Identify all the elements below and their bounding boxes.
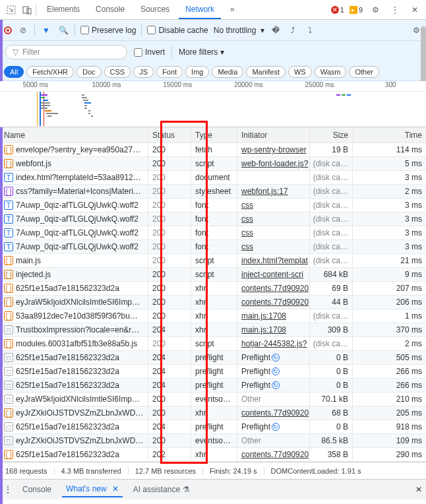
request-row[interactable]: T7Auwp_0qiz-afTLGLQjUwkQ.woff2200fontcss… — [0, 212, 426, 226]
request-row[interactable]: T7Auwp_0qiz-afTLGLQjUwkQ.woff2200fontcss… — [0, 199, 426, 212]
download-icon[interactable]: ⤵ — [304, 26, 316, 35]
initiator[interactable]: contents.77d90920 — [237, 296, 310, 309]
chip-other[interactable]: Other — [349, 66, 379, 78]
file-type-icon: { } — [4, 339, 13, 348]
drawer-tab-whatsnew[interactable]: What's new✕ — [62, 482, 123, 497]
initiator[interactable]: webfont.js:17 — [237, 185, 310, 198]
request-row[interactable]: { }eyJrZXkiOiJSTDVSZmZLbnJxWD…200xhrcont… — [0, 406, 426, 420]
chip-img[interactable]: Img — [185, 66, 209, 78]
request-row[interactable]: □TrustboxImpression?locale=en&r…204xhrma… — [0, 323, 426, 337]
initiator[interactable]: inject-content-scri — [237, 268, 310, 281]
gear-icon[interactable]: ⚙ — [368, 3, 382, 17]
initiator[interactable]: Preflight — [237, 351, 310, 364]
request-row[interactable]: { }webfont.js200scriptweb-font-loader.js… — [0, 157, 426, 171]
chip-js[interactable]: JS — [133, 66, 154, 78]
preserve-log-checkbox[interactable]: Preserve log — [80, 26, 136, 35]
tab-elements[interactable]: Elements — [40, 1, 86, 19]
initiator[interactable]: css — [237, 212, 310, 226]
request-row[interactable]: { }eyJraW5kIjoidXNlcilsImtleSI6Imp…200xh… — [0, 296, 426, 309]
request-row[interactable]: □625f1e15ad7e181562323d2a204preflightPre… — [0, 379, 426, 393]
col-size[interactable]: Size — [310, 127, 353, 142]
inspect-icon[interactable] — [4, 3, 18, 17]
filter-icon[interactable]: ▼ — [40, 26, 52, 35]
chip-css[interactable]: CSS — [104, 66, 131, 78]
request-row[interactable]: Tindex.html?templateId=53aa8912…200docum… — [0, 171, 426, 185]
col-status[interactable]: Status — [148, 127, 191, 142]
timeline-overview[interactable]: 5000 ms10000 ms15000 ms20000 ms25000 ms3… — [0, 81, 426, 127]
request-row[interactable]: □625f1e15ad7e181562323d2a204preflightPre… — [0, 365, 426, 379]
invert-checkbox[interactable]: Invert — [134, 47, 165, 57]
throttling-dropdown[interactable]: No throttling ▾ — [214, 26, 264, 35]
timeline-tick: 15000 ms — [142, 81, 213, 91]
initiator[interactable]: hotjar-2445382.js? — [237, 337, 310, 350]
initiator[interactable]: main.js:1708 — [237, 323, 310, 336]
request-row[interactable]: □625f1e15ad7e181562323d2a204preflightPre… — [0, 420, 426, 434]
initiator[interactable]: css — [237, 240, 310, 253]
request-row[interactable]: T7Auwp_0qiz-afTLGLQjUwkQ.woff2200fontcss… — [0, 240, 426, 254]
chip-manifest[interactable]: Manifest — [246, 66, 286, 78]
tab-sources[interactable]: Sources — [134, 1, 176, 19]
drawer-kebab-icon[interactable]: ⋮ — [4, 485, 12, 494]
close-icon[interactable]: ✕ — [408, 3, 422, 17]
initiator[interactable]: contents.77d90920 — [237, 282, 310, 295]
drawer-tab-ai[interactable]: AI assistance ⚗ — [129, 482, 194, 497]
kebab-icon[interactable]: ⋮ — [388, 3, 402, 17]
request-row[interactable]: □eyJrZXkiOiJSTDVSZmZLbnJxWD…200eventso…O… — [0, 434, 426, 448]
col-type[interactable]: Type — [191, 127, 237, 142]
request-row[interactable]: { }css?family=Material+Icons|Materi…200s… — [0, 185, 426, 199]
search-icon[interactable]: 🔍 — [57, 26, 69, 35]
chip-fetchxhr[interactable]: Fetch/XHR — [26, 66, 74, 78]
tab-console[interactable]: Console — [89, 1, 131, 19]
scrollbar-thumb[interactable] — [421, 26, 426, 86]
warning-badge[interactable]: ▸9 — [350, 6, 363, 14]
disable-cache-checkbox[interactable]: Disable cache — [147, 26, 208, 35]
drawer-tab-console[interactable]: Console — [18, 482, 55, 497]
tab-more[interactable]: » — [224, 1, 241, 19]
request-row[interactable]: { }injected.js200scriptinject-content-sc… — [0, 268, 426, 282]
initiator[interactable]: css — [237, 226, 310, 239]
request-row[interactable]: □eyJraW5kIjoidXNlcilsImtleSI6Imp…200even… — [0, 393, 426, 406]
initiator[interactable]: Other — [237, 393, 310, 406]
initiator[interactable]: Preflight — [237, 420, 310, 433]
filter-input[interactable]: ▽Filter — [5, 45, 127, 59]
initiator[interactable]: main.js:1708 — [237, 309, 310, 323]
request-row[interactable]: □625f1e15ad7e181562323d2a204preflightPre… — [0, 351, 426, 365]
chip-ws[interactable]: WS — [288, 66, 312, 78]
upload-icon[interactable]: ⤴ — [287, 26, 299, 35]
record-button[interactable] — [4, 26, 12, 34]
col-initiator[interactable]: Initiator — [237, 127, 310, 142]
wifi-icon[interactable]: �᷈ — [270, 26, 282, 35]
more-filters-dropdown[interactable]: More filters ▾ — [179, 47, 224, 57]
initiator[interactable]: Preflight — [237, 365, 310, 378]
chip-all[interactable]: All — [4, 66, 24, 78]
request-row[interactable]: { }main.js200scriptindex.html?templat(di… — [0, 254, 426, 268]
request-row[interactable]: { }envelope/?sentry_key=ea950a27…200fetc… — [0, 143, 426, 157]
initiator[interactable]: wp-sentry-browser — [237, 143, 310, 156]
request-row[interactable]: { }modules.60031afbf51fb3e88a5b.js200scr… — [0, 337, 426, 351]
drawer-close-icon[interactable]: ✕ — [415, 485, 422, 494]
col-name[interactable]: Name — [0, 127, 148, 142]
initiator[interactable]: css — [237, 199, 310, 212]
request-row[interactable]: { }625f1e15ad7e181562323d2a202xhrcontent… — [0, 448, 426, 462]
clear-icon[interactable]: ⊘ — [17, 26, 29, 35]
initiator[interactable]: Preflight — [237, 379, 310, 392]
initiator[interactable]: contents.77d90920 — [237, 448, 310, 461]
initiator[interactable]: contents.77d90920 — [237, 406, 310, 420]
error-badge[interactable]: ✕1 — [331, 6, 344, 14]
initiator[interactable] — [237, 171, 310, 184]
chip-font[interactable]: Font — [156, 66, 183, 78]
chip-wasm[interactable]: Wasm — [315, 66, 347, 78]
col-time[interactable]: Time — [353, 127, 426, 142]
device-icon[interactable] — [20, 3, 34, 17]
tab-network[interactable]: Network — [179, 1, 221, 19]
request-row[interactable]: T7Auwp_0qiz-afTLGLQjUwkQ.woff2200fontcss… — [0, 226, 426, 240]
close-tab-icon[interactable]: ✕ — [112, 484, 119, 493]
size: 0 B — [310, 379, 353, 392]
chip-doc[interactable]: Doc — [76, 66, 102, 78]
request-row[interactable]: { }53aa8912dec7e10d38f59f36?bu…200xhrmai… — [0, 309, 426, 323]
initiator[interactable]: web-font-loader.js? — [237, 157, 310, 170]
chip-media[interactable]: Media — [212, 66, 243, 78]
initiator[interactable]: Other — [237, 434, 310, 447]
initiator[interactable]: index.html?templat — [237, 254, 310, 267]
request-row[interactable]: { }625f1e15ad7e181562323d2a200xhrcontent… — [0, 282, 426, 296]
